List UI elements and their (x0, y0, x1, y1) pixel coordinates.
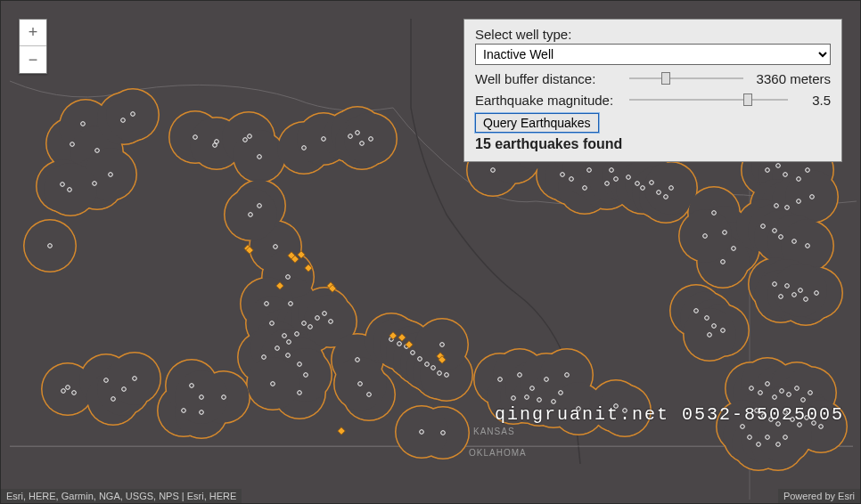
svg-point-360 (246, 357, 299, 411)
query-panel: Select well type: Inactive Well Well buf… (463, 19, 842, 162)
buffer-distance-slider[interactable] (629, 70, 743, 86)
zoom-out-button[interactable]: − (20, 46, 46, 73)
svg-point-324 (233, 130, 286, 183)
query-earthquakes-button[interactable]: Query Earthquakes (475, 113, 599, 133)
magnitude-value: 3.5 (795, 93, 831, 108)
map-container[interactable]: KANSAS OKLAHOMA + − Select well type: In… (0, 0, 861, 504)
svg-point-320 (106, 88, 160, 142)
attribution-left: Esri, HERE, Garmin, NGA, USGS, NPS | Esr… (1, 489, 242, 503)
svg-point-364 (344, 112, 398, 166)
svg-point-331 (108, 352, 161, 405)
well-type-label: Select well type: (475, 27, 831, 42)
svg-point-444 (774, 264, 827, 317)
buffer-slider-thumb[interactable] (661, 72, 670, 85)
svg-rect-644 (338, 427, 345, 435)
svg-point-344 (224, 188, 277, 241)
magnitude-slider-thumb[interactable] (743, 93, 752, 106)
svg-point-336 (175, 370, 228, 424)
svg-point-379 (395, 405, 448, 459)
buffer-distance-value: 3360 meters (750, 71, 831, 86)
zoom-in-button[interactable]: + (20, 20, 46, 46)
result-count-text: 15 earthquakes found (475, 136, 831, 152)
magnitude-slider[interactable] (629, 92, 788, 108)
magnitude-label: Earthquake magnitude: (475, 93, 622, 108)
svg-point-423 (683, 308, 736, 362)
svg-point-380 (23, 219, 77, 272)
well-type-select[interactable]: Inactive Well (475, 44, 831, 65)
svg-point-405 (598, 384, 652, 437)
svg-point-469 (758, 411, 812, 464)
svg-point-326 (44, 163, 97, 216)
buffer-distance-label: Well buffer distance: (475, 71, 622, 86)
svg-point-367 (333, 357, 387, 411)
svg-point-418 (678, 209, 732, 263)
attribution-right: Powered by Esri (778, 489, 860, 503)
zoom-controls: + − (19, 19, 47, 74)
